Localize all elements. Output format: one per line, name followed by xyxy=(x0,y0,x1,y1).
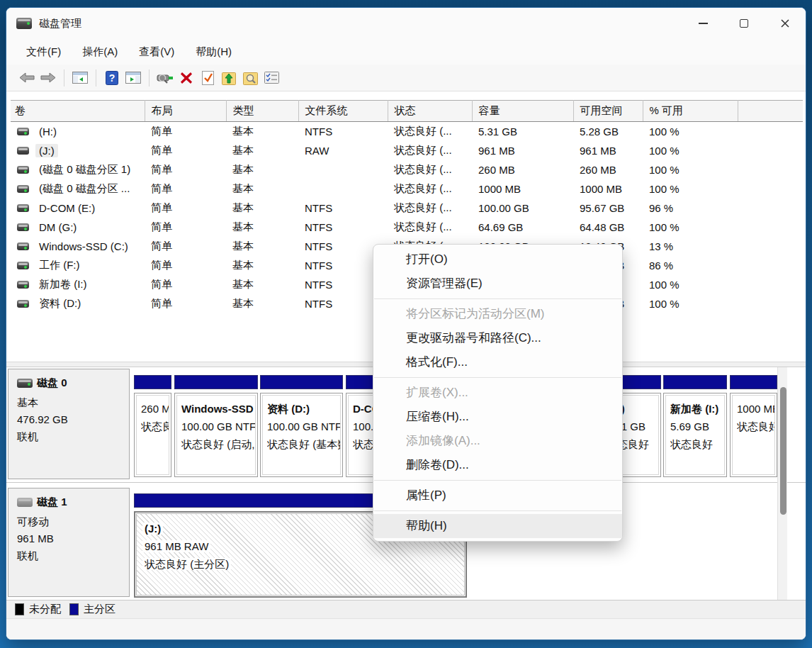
partition-color-bar xyxy=(134,375,171,389)
help-button[interactable]: ? xyxy=(101,68,123,88)
primary-partition-swatch-icon xyxy=(69,603,79,615)
col-capacity[interactable]: 容量 xyxy=(472,101,573,122)
show-action-pane-button[interactable] xyxy=(123,68,144,88)
set-active-icon xyxy=(202,71,214,85)
help-icon: ? xyxy=(106,71,118,85)
partition[interactable]: 资料 (D:) 100.00 GB NTFS 状态良好 (基本数据分区) xyxy=(260,375,343,477)
properties-list-button[interactable] xyxy=(261,68,282,88)
menu-item-shrink[interactable]: 压缩卷(H)... xyxy=(373,405,622,429)
forward-button[interactable] xyxy=(38,68,59,88)
menu-item-extend: 扩展卷(X)... xyxy=(373,381,622,405)
legend-unallocated: 未分配 xyxy=(15,603,61,616)
table-row[interactable]: (磁盘 0 磁盘分区 1) 简单基本 状态良好 (... 260 MB260 M… xyxy=(11,160,803,179)
volume-icon xyxy=(17,281,29,289)
menu-item-explorer[interactable]: 资源管理器(E) xyxy=(373,272,622,296)
delete-volume-button[interactable] xyxy=(176,68,197,88)
menu-separator xyxy=(374,480,621,481)
svg-text:?: ? xyxy=(109,72,115,84)
partition[interactable]: 1000 MB 状态良好 xyxy=(730,375,777,477)
volume-icon xyxy=(17,147,29,155)
col-free[interactable]: 可用空间 xyxy=(573,101,643,122)
menu-item-delete[interactable]: 删除卷(D)... xyxy=(373,453,622,477)
unallocated-swatch-icon xyxy=(15,603,24,615)
col-layout[interactable]: 布局 xyxy=(145,101,226,122)
minimize-button[interactable] xyxy=(682,8,723,39)
explore-icon xyxy=(243,71,258,85)
scrollbar-thumb[interactable] xyxy=(780,387,786,515)
table-row[interactable]: D-COM (E:) 简单基本 NTFS状态良好 (... 100.00 GB9… xyxy=(11,199,803,218)
disk-type: 可移动 xyxy=(17,513,129,530)
menu-help[interactable]: 帮助(H) xyxy=(187,42,240,62)
menu-file[interactable]: 文件(F) xyxy=(18,42,69,62)
toolbar: ? xyxy=(6,65,806,91)
folder-up-button[interactable] xyxy=(218,68,239,88)
volume-icon xyxy=(17,166,29,174)
vertical-scrollbar[interactable] xyxy=(777,367,787,600)
explore-button[interactable] xyxy=(239,68,261,88)
disk-status: 联机 xyxy=(17,547,129,564)
disk-icon xyxy=(17,498,33,507)
window-title: 磁盘管理 xyxy=(39,17,81,30)
menu-item-change-letter[interactable]: 更改驱动器号和路径(C)... xyxy=(373,326,622,350)
maximize-button[interactable] xyxy=(723,8,765,39)
menu-item-format[interactable]: 格式化(F)... xyxy=(373,350,622,374)
minimize-icon xyxy=(699,23,708,24)
col-empty xyxy=(738,101,803,122)
col-type[interactable]: 类型 xyxy=(226,101,298,122)
menu-view[interactable]: 查看(V) xyxy=(130,42,183,62)
volume-context-menu: 打开(O) 资源管理器(E) 将分区标记为活动分区(M) 更改驱动器号和路径(C… xyxy=(373,244,623,542)
menu-action[interactable]: 操作(A) xyxy=(74,42,126,62)
volume-icon xyxy=(17,242,29,250)
menu-item-add-mirror: 添加镜像(A)... xyxy=(373,429,622,453)
rescan-disks-button[interactable] xyxy=(154,68,176,88)
partition-color-bar xyxy=(663,375,727,389)
disk-size: 961 MB xyxy=(17,530,129,547)
table-row[interactable]: (磁盘 0 磁盘分区 ... 简单基本 状态良好 (... 1000 MB100… xyxy=(11,179,803,199)
volume-icon xyxy=(17,185,29,193)
partition[interactable]: Windows-SSD (C:) 100.00 GB NTFS 状态良好 (启动… xyxy=(174,375,258,477)
folder-up-icon xyxy=(222,71,236,85)
menu-separator xyxy=(374,510,621,511)
toolbar-separator xyxy=(96,69,96,86)
partition-color-bar xyxy=(260,375,343,389)
show-console-tree-button[interactable] xyxy=(69,68,91,88)
menu-item-open[interactable]: 打开(O) xyxy=(373,247,622,272)
disk-1-header[interactable]: 磁盘 1 可移动 961 MB 联机 xyxy=(8,488,130,597)
status-bar xyxy=(6,618,806,640)
set-active-button[interactable] xyxy=(197,68,218,88)
menu-item-help[interactable]: 帮助(H) xyxy=(373,514,622,538)
menu-item-properties[interactable]: 属性(P) xyxy=(373,484,622,508)
table-row[interactable]: (H:) 简单基本 NTFS状态良好 (... 5.31 GB5.28 GB 1… xyxy=(11,122,803,142)
partition[interactable]: 新加卷 (I:) 5.69 GB 状态良好 xyxy=(663,375,727,477)
close-icon xyxy=(780,18,790,28)
app-icon xyxy=(16,18,32,29)
disk-status: 联机 xyxy=(17,428,129,445)
menu-separator xyxy=(374,377,621,378)
col-filesystem[interactable]: 文件系统 xyxy=(298,101,388,122)
back-button[interactable] xyxy=(16,68,38,88)
disk-size: 476.92 GB xyxy=(17,411,129,428)
menu-separator xyxy=(374,298,621,299)
legend-bar: 未分配 主分区 xyxy=(6,600,806,618)
volume-icon xyxy=(17,128,29,135)
disk-icon xyxy=(17,379,33,388)
volume-icon xyxy=(17,204,29,212)
col-volume[interactable]: 卷 xyxy=(11,101,145,122)
maximize-icon xyxy=(740,19,748,28)
disk-0-header[interactable]: 磁盘 0 基本 476.92 GB 联机 xyxy=(8,369,130,479)
table-row[interactable]: DM (G:) 简单基本 NTFS状态良好 (... 64.69 GB64.48… xyxy=(11,218,803,237)
partition-color-bar xyxy=(174,375,258,389)
toolbar-separator xyxy=(149,69,150,86)
partition[interactable]: 260 MB 状态良好 xyxy=(134,375,171,477)
console-tree-icon xyxy=(72,72,88,84)
forward-icon xyxy=(40,72,56,83)
title-bar: 磁盘管理 xyxy=(6,8,806,39)
menu-bar: 文件(F) 操作(A) 查看(V) 帮助(H) xyxy=(6,39,806,65)
col-status[interactable]: 状态 xyxy=(388,101,472,122)
action-pane-icon xyxy=(125,72,141,84)
table-row-selected[interactable]: (J:) 简单基本 RAW状态良好 (... 961 MB961 MB 100 … xyxy=(11,141,803,160)
legend-primary-partition: 主分区 xyxy=(69,603,115,616)
col-pct-free[interactable]: % 可用 xyxy=(643,101,738,122)
close-button[interactable] xyxy=(765,8,806,39)
menu-item-mark-active: 将分区标记为活动分区(M) xyxy=(373,302,622,326)
